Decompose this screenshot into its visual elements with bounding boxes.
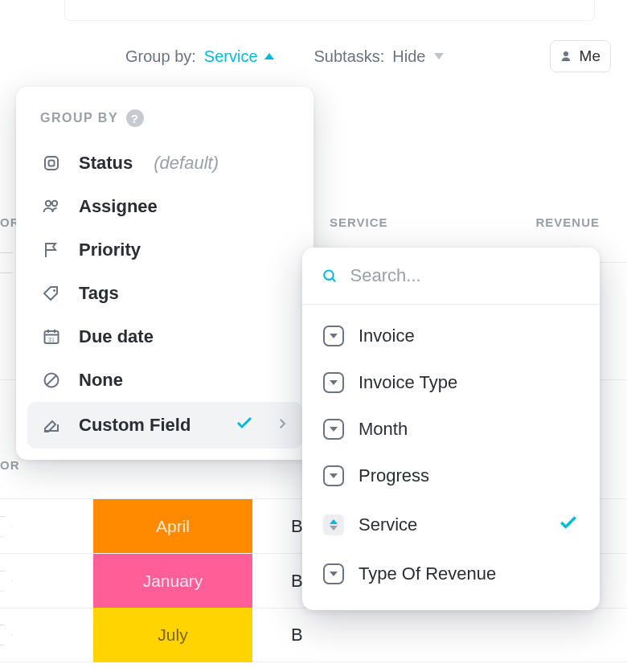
group-by-item-suffix: (default) [154,153,219,174]
tag-icon [40,284,63,303]
col-partial-left-2: OR [0,458,20,472]
user-icon [559,49,573,64]
group-by-value[interactable]: Service [204,47,274,66]
custom-field-item-invoice[interactable]: Invoice [309,313,593,359]
group-by-title: GROUP BY ? [27,104,302,141]
group-by-value-text: Service [204,47,258,66]
custom-field-label: Type Of Revenue [359,563,496,584]
priority-flag-icon [40,240,63,260]
custom-field-label: Service [359,514,417,535]
group-by-label: Group by: [125,47,196,66]
group-by-item-label: Priority [79,240,141,260]
custom-field-item-progress[interactable]: Progress [309,453,593,499]
subtasks-value: Hide [392,47,425,66]
group-by-dropdown: GROUP BY ? Status (default) Assignee Pri… [16,87,314,460]
caret-down-icon [434,53,444,59]
search-icon [322,267,338,285]
custom-field-label: Invoice Type [359,372,457,393]
month-label: January [143,572,203,591]
month-pill: July [93,608,252,662]
dropdown-field-icon [323,419,344,440]
top-input-outline [64,0,595,21]
group-by-item-label: Tags [79,283,119,304]
row-handle[interactable] [0,516,13,537]
group-by-title-text: GROUP BY [40,111,118,125]
custom-field-label: Month [359,419,408,440]
svg-point-2 [46,201,51,206]
group-by-item-assignee[interactable]: Assignee [27,185,302,228]
view-toolbar: Group by: Service Subtasks: Hide Me [0,32,627,80]
cell-b: B [291,571,303,592]
svg-point-8 [324,270,333,279]
search-input[interactable] [350,265,580,286]
chevron-right-icon [275,415,289,436]
custom-field-item-invoice-type[interactable]: Invoice Type [309,359,593,406]
group-by-item-none[interactable]: None [27,359,302,402]
table-row[interactable]: July B [0,608,627,662]
custom-field-item-month[interactable]: Month [309,406,593,453]
dropdown-field-icon [323,563,344,584]
row-handle[interactable] [0,571,13,592]
custom-field-item-type-of-revenue[interactable]: Type Of Revenue [309,551,593,597]
col-service: SERVICE [330,215,388,229]
status-icon [40,154,63,173]
month-pill: April [93,499,252,554]
svg-text:31: 31 [48,337,55,342]
me-button[interactable]: Me [550,40,611,72]
cell-b: B [291,516,303,537]
svg-point-3 [52,201,57,206]
group-by-item-label: None [79,370,123,391]
svg-rect-0 [45,157,58,170]
calendar-icon: 31 [40,327,63,346]
cell-b: B [291,625,303,645]
row-handle[interactable] [0,625,13,645]
group-by-item-tags[interactable]: Tags [27,272,302,315]
help-icon[interactable]: ? [126,109,144,127]
custom-field-label: Progress [359,465,429,486]
month-label: April [156,517,190,536]
custom-field-list: Invoice Invoice Type Month Progress Serv… [302,305,600,610]
col-revenue: REVENUE [535,215,600,229]
subtasks-control[interactable]: Subtasks: Hide [314,47,444,66]
dropdown-field-icon [323,326,344,346]
edit-icon [40,416,63,435]
group-by-item-label: Assignee [79,196,158,217]
assignee-icon [40,197,63,216]
none-icon [40,371,63,390]
custom-field-popover: Invoice Invoice Type Month Progress Serv… [302,248,600,610]
caret-up-icon [264,53,274,59]
group-by-item-label: Status [79,153,133,174]
group-by-item-priority[interactable]: Priority [27,228,302,272]
group-by-control[interactable]: Group by: Service [125,47,274,66]
me-button-label: Me [580,47,600,65]
subtasks-label: Subtasks: [314,47,385,66]
check-icon [235,413,254,437]
custom-field-label: Invoice [359,326,415,346]
custom-field-search[interactable] [302,248,600,305]
check-icon [558,512,579,538]
dropdown-field-icon [323,465,344,486]
group-by-item-due-date[interactable]: 31 Due date [27,315,302,359]
month-pill: January [93,554,252,608]
dropdown-field-icon [323,372,344,393]
svg-point-4 [53,289,55,292]
group-by-item-label: Due date [79,326,154,347]
month-label: July [158,625,187,645]
svg-rect-1 [49,161,55,166]
custom-field-item-service[interactable]: Service [309,499,593,551]
group-by-item-status[interactable]: Status (default) [27,141,302,185]
sort-arrows-icon [323,514,344,535]
group-by-item-custom-field[interactable]: Custom Field [27,402,302,449]
group-by-item-label: Custom Field [79,415,191,436]
